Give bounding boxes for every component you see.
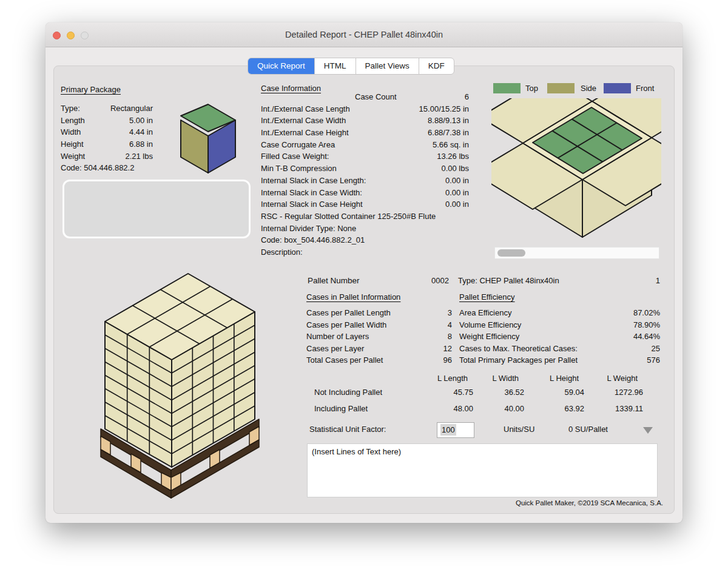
package-description-well bbox=[62, 180, 251, 238]
info-row: Width4.44 in bbox=[61, 126, 153, 138]
dims-row-label: Including Pallet bbox=[314, 404, 368, 413]
primary-package-cube bbox=[176, 97, 240, 176]
dims-header-weight: L Weight bbox=[583, 374, 638, 383]
info-row: Number of Layers8 bbox=[306, 331, 452, 343]
pallet-number-value: 0002 bbox=[397, 276, 449, 285]
pallet-type-count: 1 bbox=[622, 276, 660, 285]
info-row: Weight Efficiency44.64% bbox=[459, 331, 660, 343]
info-row: Int./External Case Height6.88/7.38 in bbox=[261, 127, 469, 139]
dims-cell: 1272.96 bbox=[588, 388, 643, 397]
info-row: Filled Case Weight:13.26 lbs bbox=[261, 150, 469, 163]
title-bar[interactable]: Detailed Report - CHEP Pallet 48inx40in bbox=[46, 22, 682, 47]
primary-package-rows: Type:Rectangular Length5.00 in Width4.44… bbox=[61, 103, 153, 174]
case-note: Internal Divider Type: None bbox=[261, 223, 469, 235]
info-row: Total Primary Packages per Pallet576 bbox=[459, 354, 660, 366]
dims-row-label: Not Including Pallet bbox=[314, 388, 382, 397]
tab-pallet-views[interactable]: Pallet Views bbox=[356, 58, 419, 74]
info-row: Case Corrugate Area5.66 sq. in bbox=[261, 139, 469, 151]
info-row: Int./External Case Length15.00/15.25 in bbox=[261, 103, 469, 115]
dims-cell: 48.00 bbox=[419, 404, 473, 413]
legend-side-swatch bbox=[547, 83, 575, 94]
case-note: Description: bbox=[261, 246, 469, 258]
open-case-diagram bbox=[491, 98, 661, 245]
info-row: Internal Slack in Case Length:0.00 in bbox=[261, 175, 469, 187]
legend-front-label: Front bbox=[636, 84, 654, 93]
dims-cell: 36.52 bbox=[470, 388, 524, 397]
legend-top-swatch bbox=[493, 83, 521, 94]
statistical-unit-factor-label: Statistical Unit Factor: bbox=[309, 425, 386, 434]
screen: Detailed Report - CHEP Pallet 48inx40in … bbox=[0, 0, 728, 586]
case-view-scrollbar[interactable] bbox=[494, 247, 659, 259]
tab-quick-report[interactable]: Quick Report bbox=[248, 58, 314, 74]
scrollbar-thumb[interactable] bbox=[497, 249, 525, 257]
detailed-report-window: Detailed Report - CHEP Pallet 48inx40in … bbox=[46, 22, 682, 523]
info-row: Cases per Layer12 bbox=[306, 343, 452, 355]
app-credit: Quick Pallet Maker, ©2019 SCA Mecanica, … bbox=[349, 499, 663, 507]
dims-cell: 1339.11 bbox=[588, 404, 643, 413]
info-row: Cases per Pallet Length3 bbox=[306, 307, 452, 319]
primary-package-heading: Primary Package bbox=[61, 85, 121, 94]
info-row: Volume Efficiency78.90% bbox=[459, 319, 660, 331]
tab-kdf[interactable]: KDF bbox=[419, 58, 454, 74]
info-row: Internal Slack in Case Width:0.00 in bbox=[261, 187, 469, 199]
statistical-unit-factor-input[interactable]: 100 bbox=[437, 422, 474, 438]
tab-bar: Quick Report HTML Pallet Views KDF bbox=[248, 58, 454, 75]
info-row: Case Count6 bbox=[261, 91, 469, 103]
dims-cell: 45.75 bbox=[419, 388, 473, 397]
su-pallet-value: 0 SU/Pallet bbox=[519, 425, 608, 434]
dims-cell: 63.92 bbox=[530, 404, 584, 413]
info-row: Type:Rectangular bbox=[61, 103, 153, 115]
info-row: Total Cases per Pallet96 bbox=[306, 354, 452, 366]
legend-side-label: Side bbox=[581, 84, 596, 93]
window-title: Detailed Report - CHEP Pallet 48inx40in bbox=[46, 22, 682, 47]
dims-header-length: L Length bbox=[413, 374, 468, 383]
primary-package-code: Code: 504.446.882.2 bbox=[61, 162, 182, 174]
info-row: Cases per Pallet Width4 bbox=[306, 319, 452, 331]
report-notes-textarea[interactable]: (Insert Lines of Text here) bbox=[307, 443, 658, 497]
pallet-type: Type: CHEP Pallet 48inx40in bbox=[458, 276, 559, 285]
legend-top-label: Top bbox=[525, 84, 538, 93]
su-pallet-dropdown-icon[interactable] bbox=[643, 427, 653, 434]
cases-in-pallet-heading: Cases in Pallet Information bbox=[306, 292, 400, 301]
cases-in-pallet-rows: Cases per Pallet Length3 Cases per Palle… bbox=[306, 307, 452, 366]
dims-cell: 40.00 bbox=[470, 404, 524, 413]
dims-header-height: L Height bbox=[524, 374, 579, 383]
case-note: Code: box_504.446.882.2_01 bbox=[261, 234, 469, 246]
info-row: Height6.88 in bbox=[61, 138, 153, 150]
pallet-efficiency-heading: Pallet Efficiency bbox=[459, 292, 515, 301]
info-row: Min T-B Compression0.00 lbs bbox=[261, 163, 469, 175]
pallet-number-label: Pallet Number bbox=[308, 276, 360, 285]
info-row: Weight2.21 lbs bbox=[61, 150, 153, 163]
dims-cell: 59.04 bbox=[530, 388, 584, 397]
info-row: Internal Slack in Case Height0.00 in bbox=[261, 198, 469, 210]
info-row: Int./External Case Width8.88/9.13 in bbox=[261, 115, 469, 127]
pallet-efficiency-rows: Area Efficiency87.02% Volume Efficiency7… bbox=[459, 307, 660, 366]
dims-header-width: L Width bbox=[464, 374, 519, 383]
tab-html[interactable]: HTML bbox=[314, 58, 356, 74]
legend-front-swatch bbox=[604, 83, 632, 94]
info-row: Area Efficiency87.02% bbox=[459, 307, 660, 319]
case-note: RSC - Regular Slotted Container 125-250#… bbox=[261, 210, 469, 223]
info-row: Length5.00 in bbox=[61, 115, 153, 127]
info-row: Cases to Max. Theoretical Cases:25 bbox=[459, 343, 660, 355]
pallet-load-diagram bbox=[85, 267, 291, 503]
case-information-rows: Case Count6 Int./External Case Length15.… bbox=[261, 91, 469, 258]
